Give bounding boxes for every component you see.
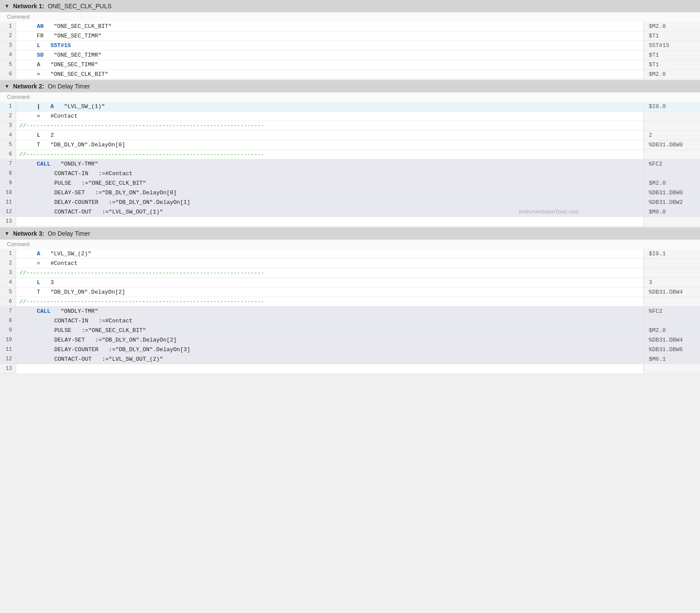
line-number: 2	[0, 112, 16, 121]
code-line: L 3	[16, 278, 643, 288]
code-line: T "DB_DLY_ON".DelayOn[0]	[16, 140, 643, 150]
watermark: InstrumentationTools.com	[519, 209, 640, 215]
code-line: PULSE :="ONE_SEC_CLK_BIT"	[16, 326, 643, 335]
table-row: 1| A "LVL_SW_(1)"$I0.0	[0, 102, 700, 112]
code-line: L 2	[16, 131, 643, 140]
keyword: CONTACT-IN	[54, 318, 88, 324]
argument: "ONE_SEC_CLK_BIT"	[54, 23, 112, 30]
line-number: 10	[0, 335, 16, 345]
keyword: =	[37, 71, 41, 78]
keyword: SD	[37, 52, 44, 58]
right-value: $M0.0	[643, 207, 700, 217]
line-number: 11	[0, 198, 16, 207]
code-line: = #Contact	[16, 112, 643, 121]
keyword: CALL	[37, 161, 51, 167]
table-row: 6= "ONE_SEC_CLK_BIT"$M2.0	[0, 70, 700, 79]
argument: "ONE_SEC_CLK_BIT"	[51, 71, 109, 78]
table-row: 5T "DB_DLY_ON".DelayOn[2]%DB31.DBW4	[0, 288, 700, 297]
keyword: L	[37, 42, 41, 49]
collapse-arrow[interactable]: ▼	[4, 3, 10, 9]
argument: :="LVL_SW_OUT_(1)"	[102, 209, 163, 215]
code-line: DELAY-COUNTER :="DB_DLY_ON".DelayOn[3]	[16, 345, 643, 355]
argument: 2	[51, 132, 54, 139]
right-value: %DB31.DBW0	[643, 188, 700, 198]
code-line	[16, 217, 643, 227]
line-number: 6	[0, 297, 16, 307]
table-row: 11DELAY-COUNTER :="DB_DLY_ON".DelayOn[3]…	[0, 345, 700, 355]
right-value: %DB31.DBW4	[643, 288, 700, 297]
keyword: DELAY-COUNTER	[54, 199, 99, 206]
argument: :="ONE_SEC_CLK_BIT"	[82, 180, 146, 186]
code-line: = #Contact	[16, 259, 643, 268]
right-value	[643, 268, 700, 278]
code-table: 1| A "LVL_SW_(1)"$I0.02= #Contact3//----…	[0, 102, 700, 227]
collapse-arrow[interactable]: ▼	[4, 83, 10, 89]
line-number: 1	[0, 249, 16, 259]
line-number: 9	[0, 326, 16, 335]
right-value: 2	[643, 131, 700, 140]
right-value: S5T#1S	[643, 41, 700, 51]
code-line: FR "ONE_SEC_TIMR"	[16, 31, 643, 41]
keyword: PULSE	[54, 180, 71, 186]
argument: :=#Contact	[99, 318, 133, 324]
network-header[interactable]: ▼ Network 2: On Delay Timer	[0, 80, 700, 92]
table-row: 6//-------------------------------------…	[0, 150, 700, 159]
table-row: 1AN "ONE_SEC_CLK_BIT"$M2.0	[0, 22, 700, 31]
line-number: 2	[0, 31, 16, 41]
line-number: 5	[0, 140, 16, 150]
code-line: A "LVL_SW_(2)"	[16, 249, 643, 259]
network-name: On Delay Timer	[48, 83, 90, 90]
code-line: CONTACT-IN :=#Contact	[16, 169, 643, 179]
line-number: 7	[0, 307, 16, 316]
keyword: PULSE	[54, 327, 71, 334]
line-number: 6	[0, 70, 16, 79]
keyword: CONTACT-OUT	[54, 356, 92, 362]
collapse-arrow[interactable]: ▼	[4, 230, 10, 237]
network-n1: ▼ Network 1: ONE_SEC_CLK_PULS Comment1AN…	[0, 0, 700, 79]
line-number: 1	[0, 102, 16, 112]
code-line: //--------------------------------------…	[16, 150, 643, 159]
line-number: 2	[0, 259, 16, 268]
network-header[interactable]: ▼ Network 1: ONE_SEC_CLK_PULS	[0, 0, 700, 12]
argument: :="DB_DLY_ON".DelayOn[1]	[109, 199, 190, 206]
right-value	[643, 316, 700, 326]
table-row: 4L 22	[0, 131, 700, 140]
comment-line: //--------------------------------------…	[20, 270, 265, 276]
code-line: CONTACT-OUT :="LVL_SW_OUT_(1)"Instrument…	[16, 207, 643, 217]
keyword: DELAY-SET	[54, 190, 85, 196]
right-value	[643, 169, 700, 179]
right-value: %DB31.DBW2	[643, 198, 700, 207]
right-value	[643, 150, 700, 159]
right-value	[643, 297, 700, 307]
argument: "ONDLY-TMR"	[61, 161, 98, 167]
right-value: $M2.0	[643, 70, 700, 79]
table-row: 11DELAY-COUNTER :="DB_DLY_ON".DelayOn[1]…	[0, 198, 700, 207]
argument: "ONE_SEC_TIMR"	[51, 61, 98, 68]
keyword: T	[37, 289, 41, 295]
table-row: 13	[0, 217, 700, 227]
network-n3: ▼ Network 3: On Delay Timer Comment1A "L…	[0, 227, 700, 374]
argument: "LVL_SW_(2)"	[51, 251, 92, 257]
line-number: 4	[0, 51, 16, 60]
network-label: Network 3:	[13, 230, 44, 237]
right-value: $M2.0	[643, 179, 700, 188]
line-number: 5	[0, 60, 16, 70]
line-number: 1	[0, 22, 16, 31]
table-row: 1A "LVL_SW_(2)"$I0.1	[0, 249, 700, 259]
code-line	[16, 364, 643, 374]
network-n2: ▼ Network 2: On Delay Timer Comment1| A …	[0, 80, 700, 227]
code-line: //--------------------------------------…	[16, 297, 643, 307]
keyword: T	[37, 142, 41, 148]
keyword: CONTACT-OUT	[54, 209, 92, 215]
right-value: $M2.0	[643, 22, 700, 31]
table-row: 3L S5T#1SS5T#1S	[0, 41, 700, 51]
argument: :="LVL_SW_OUT_(2)"	[102, 356, 163, 362]
right-value	[643, 364, 700, 374]
right-value: $I0.0	[643, 102, 700, 112]
keyword: A	[37, 61, 41, 68]
network-header[interactable]: ▼ Network 3: On Delay Timer	[0, 227, 700, 240]
table-row: 3//-------------------------------------…	[0, 121, 700, 131]
keyword: =	[37, 260, 41, 267]
code-line: L S5T#1S	[16, 41, 643, 51]
line-number: 8	[0, 169, 16, 179]
